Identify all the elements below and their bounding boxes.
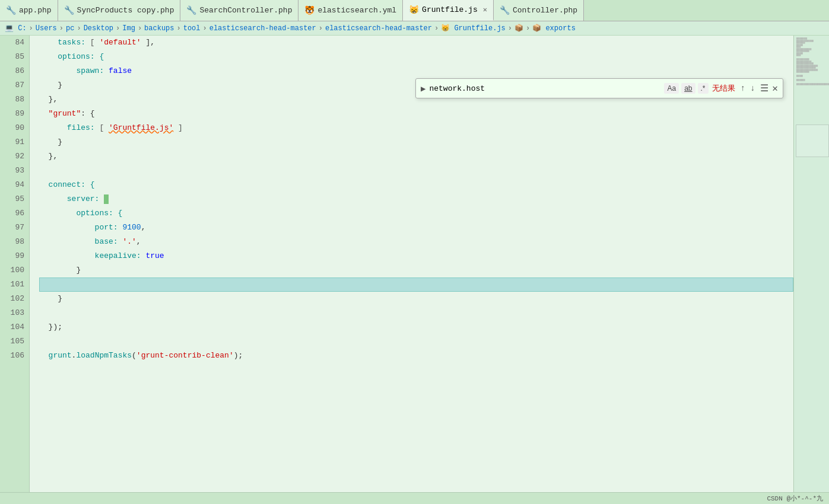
token: } bbox=[39, 78, 62, 92]
case-sensitive-button[interactable]: Aa bbox=[664, 83, 679, 94]
breadcrumb-sep-3: › bbox=[116, 24, 120, 33]
line-num-99: 99 bbox=[5, 249, 24, 263]
tab-controller[interactable]: 🔧Controller.php bbox=[494, 0, 584, 21]
line-num-91: 91 bbox=[5, 135, 24, 149]
breadcrumb-item-2[interactable]: pc bbox=[66, 24, 74, 33]
line-num-93: 93 bbox=[5, 164, 24, 178]
tab-icon-elasticsearch: 🐯 bbox=[304, 5, 315, 15]
line-num-100: 100 bbox=[5, 263, 24, 277]
tab-elasticsearch[interactable]: 🐯elasticsearch.yml bbox=[298, 0, 403, 21]
tab-label-controller: Controller.php bbox=[513, 6, 577, 15]
token: loadNpmTasks bbox=[76, 349, 132, 363]
search-options: Aa ab .* bbox=[664, 83, 708, 94]
tab-searchcontroller[interactable]: 🔧SearchController.php bbox=[180, 0, 298, 21]
code-line-106: grunt.loadNpmTasks('grunt-contrib-clean'… bbox=[39, 349, 793, 363]
token bbox=[39, 107, 49, 121]
token: '.' bbox=[122, 235, 136, 249]
regex-button[interactable]: .* bbox=[698, 83, 709, 94]
token: }, bbox=[39, 92, 58, 107]
tab-label-app: app.php bbox=[19, 6, 52, 15]
token: ( bbox=[132, 349, 136, 363]
token: . bbox=[72, 349, 77, 363]
breadcrumb-sep-1: › bbox=[59, 24, 63, 33]
token: }, bbox=[39, 149, 58, 164]
search-next-button[interactable]: ↓ bbox=[748, 84, 757, 93]
breadcrumb-item-0[interactable]: 💻 C: bbox=[5, 24, 27, 33]
token: 9100 bbox=[122, 221, 141, 235]
breadcrumb-bar: 💻 C:›Users›pc›Desktop›Img›backups›tool›e… bbox=[0, 21, 829, 36]
breadcrumb-item-7[interactable]: elasticsearch-head-master bbox=[209, 24, 316, 33]
tab-syncproducts[interactable]: 🔧SyncProducts copy.php bbox=[58, 0, 181, 21]
tab-icon-syncproducts: 🔧 bbox=[64, 5, 74, 15]
line-num-92: 92 bbox=[5, 149, 24, 164]
breadcrumb-item-6[interactable]: tool bbox=[183, 24, 201, 33]
line-num-88: 88 bbox=[5, 92, 24, 107]
line-num-87: 87 bbox=[5, 78, 24, 92]
tab-bar: 🔧app.php🔧SyncProducts copy.php🔧SearchCon… bbox=[0, 0, 829, 21]
line-num-86: 86 bbox=[5, 64, 24, 78]
breadcrumb-item-5[interactable]: backups bbox=[144, 24, 174, 33]
breadcrumb-item-4[interactable]: Img bbox=[122, 24, 135, 33]
minimap-content: ████████████████████████████████████████… bbox=[794, 36, 829, 88]
token: ], bbox=[141, 36, 155, 50]
code-line-92: }, bbox=[39, 149, 793, 164]
line-num-101: 101 bbox=[5, 277, 24, 292]
code-line-104: }); bbox=[39, 320, 793, 334]
no-result-label: 无结果 bbox=[712, 83, 735, 94]
line-num-85: 85 bbox=[5, 50, 24, 64]
breadcrumb-sep-2: › bbox=[77, 24, 81, 33]
line-num-84: 84 bbox=[5, 36, 24, 50]
token: 'grunt-contrib-clean' bbox=[136, 349, 234, 363]
code-line-96: options: { bbox=[39, 206, 793, 221]
search-prev-button[interactable]: ↑ bbox=[739, 84, 747, 93]
search-close-button[interactable]: ✕ bbox=[772, 82, 778, 94]
search-expand-icon[interactable]: ▶ bbox=[421, 84, 425, 94]
code-line-93 bbox=[39, 164, 793, 178]
breadcrumb-item-11[interactable]: 📦 exports bbox=[532, 24, 576, 33]
tab-gruntfile[interactable]: 😸Gruntfile.js✕ bbox=[403, 0, 494, 21]
breadcrumb-item-8[interactable]: elasticsearch-head-master bbox=[325, 24, 432, 33]
token: , bbox=[141, 221, 146, 235]
search-input[interactable] bbox=[429, 84, 660, 93]
breadcrumb-item-10[interactable]: 📦 bbox=[514, 24, 523, 33]
whole-word-button[interactable]: ab bbox=[681, 83, 695, 94]
token: options: { bbox=[39, 50, 104, 64]
token: grunt bbox=[39, 349, 72, 363]
tab-close-gruntfile[interactable]: ✕ bbox=[483, 5, 487, 14]
token: "grunt" bbox=[49, 107, 81, 121]
line-numbers: 8485868788899091929394959697989910010110… bbox=[0, 36, 30, 492]
code-line-89: "grunt": { bbox=[39, 107, 793, 121]
code-line-95: server: bbox=[39, 192, 793, 206]
breadcrumb-item-3[interactable]: Desktop bbox=[84, 24, 113, 33]
line-num-104: 104 bbox=[5, 320, 24, 334]
token: [ bbox=[99, 121, 109, 135]
token: connect: { bbox=[39, 178, 95, 192]
breadcrumb-sep-5: › bbox=[177, 24, 181, 33]
line-num-103: 103 bbox=[5, 306, 24, 320]
breadcrumb-item-9[interactable]: 😸 Gruntfile.js bbox=[441, 24, 506, 33]
tab-app[interactable]: 🔧app.php bbox=[0, 0, 58, 21]
code-area[interactable]: tasks: [ 'default' ], options: { spawn: … bbox=[30, 36, 793, 492]
token: : { bbox=[81, 107, 94, 121]
token: true bbox=[145, 249, 164, 263]
status-bar: CSDN @小*-^-*九 bbox=[0, 492, 829, 504]
tab-icon-searchcontroller: 🔧 bbox=[186, 5, 196, 15]
breadcrumb-sep-9: › bbox=[508, 24, 512, 33]
line-num-95: 95 bbox=[5, 192, 24, 206]
code-line-97: port: 9100, bbox=[39, 221, 793, 235]
code-line-99: keepalive: true bbox=[39, 249, 793, 263]
line-num-98: 98 bbox=[5, 235, 24, 249]
token: } bbox=[39, 292, 62, 306]
line-num-105: 105 bbox=[5, 334, 24, 349]
code-line-94: connect: { bbox=[39, 178, 793, 192]
token: keepalive: bbox=[39, 249, 145, 263]
breadcrumb-item-1[interactable]: Users bbox=[36, 24, 57, 33]
minimap-viewport bbox=[796, 125, 829, 157]
editor-area: 8485868788899091929394959697989910010110… bbox=[0, 36, 829, 492]
token: } bbox=[39, 263, 81, 277]
code-line-100: } bbox=[39, 263, 793, 277]
search-menu-button[interactable]: ☰ bbox=[760, 82, 768, 94]
breadcrumb-sep-0: › bbox=[29, 24, 33, 33]
token: ] bbox=[173, 121, 183, 135]
token: false bbox=[109, 64, 132, 78]
